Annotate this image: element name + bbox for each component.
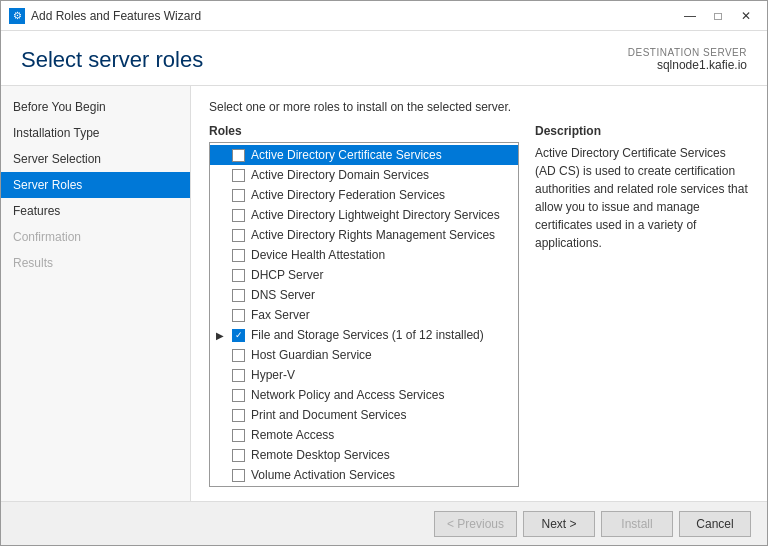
role-label-adds: Active Directory Domain Services: [251, 168, 429, 182]
titlebar: ⚙ Add Roles and Features Wizard — □ ✕: [1, 1, 767, 31]
role-checkbox-adrms[interactable]: [232, 229, 245, 242]
role-item-dha[interactable]: Device Health Attestation: [210, 245, 518, 265]
role-item-adrms[interactable]: Active Directory Rights Management Servi…: [210, 225, 518, 245]
roles-list-container: Active Directory Certificate ServicesAct…: [209, 142, 519, 487]
sidebar-item-confirmation: Confirmation: [1, 224, 190, 250]
role-checkbox-dhcp[interactable]: [232, 269, 245, 282]
titlebar-controls: — □ ✕: [677, 6, 759, 26]
role-label-fax: Fax Server: [251, 308, 310, 322]
role-item-fax[interactable]: Fax Server: [210, 305, 518, 325]
role-checkbox-npas[interactable]: [232, 389, 245, 402]
role-item-dns[interactable]: DNS Server: [210, 285, 518, 305]
role-item-fss[interactable]: ▶✓File and Storage Services (1 of 12 ins…: [210, 325, 518, 345]
role-label-dha: Device Health Attestation: [251, 248, 385, 262]
role-item-vas[interactable]: Volume Activation Services: [210, 465, 518, 485]
role-label-hyperv: Hyper-V: [251, 368, 295, 382]
role-checkbox-adcs[interactable]: [232, 149, 245, 162]
install-button[interactable]: Install: [601, 511, 673, 537]
role-label-vas: Volume Activation Services: [251, 468, 395, 482]
role-item-hyperv[interactable]: Hyper-V: [210, 365, 518, 385]
minimize-button[interactable]: —: [677, 6, 703, 26]
roles-label: Roles: [209, 124, 519, 138]
role-item-npas[interactable]: Network Policy and Access Services: [210, 385, 518, 405]
description-section: Description Active Directory Certificate…: [535, 124, 749, 487]
destination-label: DESTINATION SERVER: [628, 47, 747, 58]
role-label-pads: Print and Document Services: [251, 408, 406, 422]
content-instruction: Select one or more roles to install on t…: [209, 100, 749, 114]
role-checkbox-fax[interactable]: [232, 309, 245, 322]
role-checkbox-hgs[interactable]: [232, 349, 245, 362]
sidebar-item-features[interactable]: Features: [1, 198, 190, 224]
role-label-adfs: Active Directory Federation Services: [251, 188, 445, 202]
expand-icon-fss: ▶: [216, 330, 230, 341]
description-label: Description: [535, 124, 749, 138]
role-item-hgs[interactable]: Host Guardian Service: [210, 345, 518, 365]
sidebar-item-installation-type[interactable]: Installation Type: [1, 120, 190, 146]
close-button[interactable]: ✕: [733, 6, 759, 26]
role-item-iis[interactable]: Web Server (IIS): [210, 485, 518, 486]
sidebar: Before You BeginInstallation TypeServer …: [1, 86, 191, 501]
roles-list: Active Directory Certificate ServicesAct…: [210, 143, 518, 486]
titlebar-title: Add Roles and Features Wizard: [31, 9, 677, 23]
role-item-adfs[interactable]: Active Directory Federation Services: [210, 185, 518, 205]
role-label-dhcp: DHCP Server: [251, 268, 323, 282]
role-label-rds: Remote Desktop Services: [251, 448, 390, 462]
sidebar-item-server-selection[interactable]: Server Selection: [1, 146, 190, 172]
role-label-adcs: Active Directory Certificate Services: [251, 148, 442, 162]
previous-button[interactable]: < Previous: [434, 511, 517, 537]
maximize-button[interactable]: □: [705, 6, 731, 26]
main-body: Before You BeginInstallation TypeServer …: [1, 86, 767, 501]
role-label-fss: File and Storage Services (1 of 12 insta…: [251, 328, 484, 342]
sidebar-item-server-roles[interactable]: Server Roles: [1, 172, 190, 198]
sidebar-item-before-you-begin[interactable]: Before You Begin: [1, 94, 190, 120]
destination-server: DESTINATION SERVER sqlnode1.kafie.io: [628, 47, 747, 72]
role-item-rds[interactable]: Remote Desktop Services: [210, 445, 518, 465]
role-checkbox-hyperv[interactable]: [232, 369, 245, 382]
sidebar-item-results: Results: [1, 250, 190, 276]
app-icon: ⚙: [9, 8, 25, 24]
two-col: Roles Active Directory Certificate Servi…: [209, 124, 749, 487]
content-panel: Select one or more roles to install on t…: [191, 86, 767, 501]
role-checkbox-vas[interactable]: [232, 469, 245, 482]
role-item-adcs[interactable]: Active Directory Certificate Services: [210, 145, 518, 165]
role-label-ra: Remote Access: [251, 428, 334, 442]
roles-section: Roles Active Directory Certificate Servi…: [209, 124, 519, 487]
role-label-npas: Network Policy and Access Services: [251, 388, 444, 402]
footer: < Previous Next > Install Cancel: [1, 501, 767, 545]
main-window: ⚙ Add Roles and Features Wizard — □ ✕ Se…: [0, 0, 768, 546]
role-checkbox-adlds[interactable]: [232, 209, 245, 222]
role-checkbox-fss[interactable]: ✓: [232, 329, 245, 342]
role-item-adds[interactable]: Active Directory Domain Services: [210, 165, 518, 185]
role-item-adlds[interactable]: Active Directory Lightweight Directory S…: [210, 205, 518, 225]
cancel-button[interactable]: Cancel: [679, 511, 751, 537]
header-section: Select server roles DESTINATION SERVER s…: [1, 31, 767, 86]
role-checkbox-dha[interactable]: [232, 249, 245, 262]
content-area: Select server roles DESTINATION SERVER s…: [1, 31, 767, 545]
role-checkbox-adds[interactable]: [232, 169, 245, 182]
role-checkbox-dns[interactable]: [232, 289, 245, 302]
description-text: Active Directory Certificate Services (A…: [535, 144, 749, 252]
role-label-adlds: Active Directory Lightweight Directory S…: [251, 208, 500, 222]
destination-name: sqlnode1.kafie.io: [628, 58, 747, 72]
role-item-dhcp[interactable]: DHCP Server: [210, 265, 518, 285]
role-label-dns: DNS Server: [251, 288, 315, 302]
role-item-pads[interactable]: Print and Document Services: [210, 405, 518, 425]
role-label-adrms: Active Directory Rights Management Servi…: [251, 228, 495, 242]
role-item-ra[interactable]: Remote Access: [210, 425, 518, 445]
role-checkbox-pads[interactable]: [232, 409, 245, 422]
role-checkbox-adfs[interactable]: [232, 189, 245, 202]
next-button[interactable]: Next >: [523, 511, 595, 537]
role-checkbox-ra[interactable]: [232, 429, 245, 442]
role-label-hgs: Host Guardian Service: [251, 348, 372, 362]
page-title: Select server roles: [21, 47, 203, 73]
role-checkbox-rds[interactable]: [232, 449, 245, 462]
